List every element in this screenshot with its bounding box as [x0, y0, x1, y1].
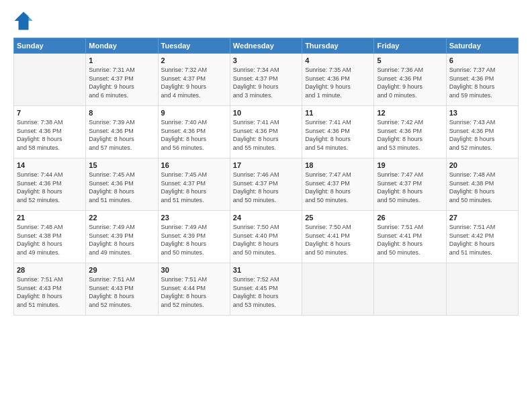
day-number: 16 [161, 161, 227, 169]
day-number: 10 [233, 109, 299, 117]
cell-content: Sunrise: 7:44 AM Sunset: 4:36 PM Dayligh… [17, 171, 83, 204]
calendar-cell: 13Sunrise: 7:43 AM Sunset: 4:36 PM Dayli… [446, 106, 518, 158]
day-number: 17 [233, 161, 299, 169]
day-number: 21 [17, 214, 83, 222]
day-number: 5 [377, 56, 443, 64]
calendar-cell: 20Sunrise: 7:48 AM Sunset: 4:38 PM Dayli… [446, 158, 518, 211]
calendar-cell: 18Sunrise: 7:47 AM Sunset: 4:37 PM Dayli… [302, 158, 374, 211]
cell-content: Sunrise: 7:35 AM Sunset: 4:36 PM Dayligh… [305, 66, 371, 99]
calendar-cell: 10Sunrise: 7:41 AM Sunset: 4:36 PM Dayli… [230, 106, 302, 158]
day-number: 12 [377, 109, 443, 117]
cell-content: Sunrise: 7:41 AM Sunset: 4:36 PM Dayligh… [233, 118, 299, 152]
cell-content: Sunrise: 7:49 AM Sunset: 4:39 PM Dayligh… [89, 223, 154, 257]
header [13, 11, 519, 31]
cell-content: Sunrise: 7:50 AM Sunset: 4:40 PM Dayligh… [233, 223, 299, 257]
day-number: 30 [161, 266, 227, 274]
calendar-cell: 26Sunrise: 7:51 AM Sunset: 4:41 PM Dayli… [374, 211, 446, 263]
calendar-cell: 11Sunrise: 7:41 AM Sunset: 4:36 PM Dayli… [302, 106, 374, 158]
column-header-sunday: Sunday [14, 38, 86, 54]
day-number: 1 [89, 56, 154, 64]
logo [13, 11, 36, 31]
day-number: 24 [233, 214, 299, 222]
day-number: 9 [161, 109, 227, 117]
cell-content: Sunrise: 7:46 AM Sunset: 4:37 PM Dayligh… [233, 171, 299, 204]
day-number: 22 [89, 214, 154, 222]
cell-content: Sunrise: 7:48 AM Sunset: 4:38 PM Dayligh… [17, 223, 83, 257]
cell-content: Sunrise: 7:45 AM Sunset: 4:36 PM Dayligh… [89, 171, 154, 204]
cell-content: Sunrise: 7:31 AM Sunset: 4:37 PM Dayligh… [89, 66, 154, 99]
calendar-cell: 30Sunrise: 7:51 AM Sunset: 4:44 PM Dayli… [158, 263, 230, 316]
calendar-cell: 16Sunrise: 7:45 AM Sunset: 4:37 PM Dayli… [158, 158, 230, 211]
day-number: 11 [305, 109, 371, 117]
calendar-cell: 6Sunrise: 7:37 AM Sunset: 4:36 PM Daylig… [446, 54, 518, 106]
day-number: 31 [233, 266, 299, 274]
calendar-cell [446, 263, 518, 316]
calendar-cell: 2Sunrise: 7:32 AM Sunset: 4:37 PM Daylig… [158, 54, 230, 106]
calendar-cell: 27Sunrise: 7:51 AM Sunset: 4:42 PM Dayli… [446, 211, 518, 263]
cell-content: Sunrise: 7:38 AM Sunset: 4:36 PM Dayligh… [17, 118, 83, 152]
cell-content: Sunrise: 7:51 AM Sunset: 4:44 PM Dayligh… [161, 275, 227, 309]
day-number: 7 [17, 109, 83, 117]
calendar-cell: 29Sunrise: 7:51 AM Sunset: 4:43 PM Dayli… [86, 263, 158, 316]
day-number: 23 [161, 214, 227, 222]
calendar-cell: 28Sunrise: 7:51 AM Sunset: 4:43 PM Dayli… [14, 263, 86, 316]
calendar-cell: 9Sunrise: 7:40 AM Sunset: 4:36 PM Daylig… [158, 106, 230, 158]
day-number: 4 [305, 56, 371, 64]
day-number: 13 [449, 109, 515, 117]
calendar-cell: 31Sunrise: 7:52 AM Sunset: 4:45 PM Dayli… [230, 263, 302, 316]
calendar-cell: 15Sunrise: 7:45 AM Sunset: 4:36 PM Dayli… [86, 158, 158, 211]
column-header-wednesday: Wednesday [230, 38, 302, 54]
calendar-week-row: 1Sunrise: 7:31 AM Sunset: 4:37 PM Daylig… [14, 54, 519, 106]
cell-content: Sunrise: 7:47 AM Sunset: 4:37 PM Dayligh… [305, 171, 371, 204]
calendar-table: SundayMondayTuesdayWednesdayThursdayFrid… [13, 38, 519, 316]
calendar-cell: 12Sunrise: 7:42 AM Sunset: 4:36 PM Dayli… [374, 106, 446, 158]
day-number: 29 [89, 266, 154, 274]
cell-content: Sunrise: 7:37 AM Sunset: 4:36 PM Dayligh… [449, 66, 515, 99]
cell-content: Sunrise: 7:51 AM Sunset: 4:43 PM Dayligh… [17, 275, 83, 309]
calendar-week-row: 28Sunrise: 7:51 AM Sunset: 4:43 PM Dayli… [14, 263, 519, 316]
column-header-thursday: Thursday [302, 38, 374, 54]
cell-content: Sunrise: 7:36 AM Sunset: 4:36 PM Dayligh… [377, 66, 443, 99]
day-number: 19 [377, 161, 443, 169]
day-number: 18 [305, 161, 371, 169]
calendar-cell: 8Sunrise: 7:39 AM Sunset: 4:36 PM Daylig… [86, 106, 158, 158]
cell-content: Sunrise: 7:32 AM Sunset: 4:37 PM Dayligh… [161, 66, 227, 99]
cell-content: Sunrise: 7:51 AM Sunset: 4:42 PM Dayligh… [449, 223, 515, 257]
calendar-header-row: SundayMondayTuesdayWednesdayThursdayFrid… [14, 38, 519, 54]
calendar-cell: 25Sunrise: 7:50 AM Sunset: 4:41 PM Dayli… [302, 211, 374, 263]
day-number: 2 [161, 56, 227, 64]
calendar-cell: 19Sunrise: 7:47 AM Sunset: 4:37 PM Dayli… [374, 158, 446, 211]
cell-content: Sunrise: 7:47 AM Sunset: 4:37 PM Dayligh… [377, 171, 443, 204]
cell-content: Sunrise: 7:51 AM Sunset: 4:41 PM Dayligh… [377, 223, 443, 257]
calendar-cell: 17Sunrise: 7:46 AM Sunset: 4:37 PM Dayli… [230, 158, 302, 211]
day-number: 26 [377, 214, 443, 222]
cell-content: Sunrise: 7:51 AM Sunset: 4:43 PM Dayligh… [89, 275, 154, 309]
cell-content: Sunrise: 7:39 AM Sunset: 4:36 PM Dayligh… [89, 118, 154, 152]
cell-content: Sunrise: 7:40 AM Sunset: 4:36 PM Dayligh… [161, 118, 227, 152]
cell-content: Sunrise: 7:50 AM Sunset: 4:41 PM Dayligh… [305, 223, 371, 257]
calendar-cell [14, 54, 86, 106]
page-container: SundayMondayTuesdayWednesdayThursdayFrid… [0, 0, 532, 411]
day-number: 20 [449, 161, 515, 169]
column-header-friday: Friday [374, 38, 446, 54]
cell-content: Sunrise: 7:34 AM Sunset: 4:37 PM Dayligh… [233, 66, 299, 99]
calendar-cell: 5Sunrise: 7:36 AM Sunset: 4:36 PM Daylig… [374, 54, 446, 106]
cell-content: Sunrise: 7:43 AM Sunset: 4:36 PM Dayligh… [449, 118, 515, 152]
calendar-cell [302, 263, 374, 316]
day-number: 15 [89, 161, 154, 169]
calendar-cell: 1Sunrise: 7:31 AM Sunset: 4:37 PM Daylig… [86, 54, 158, 106]
calendar-week-row: 21Sunrise: 7:48 AM Sunset: 4:38 PM Dayli… [14, 211, 519, 263]
cell-content: Sunrise: 7:42 AM Sunset: 4:36 PM Dayligh… [377, 118, 443, 152]
calendar-cell: 7Sunrise: 7:38 AM Sunset: 4:36 PM Daylig… [14, 106, 86, 158]
cell-content: Sunrise: 7:41 AM Sunset: 4:36 PM Dayligh… [305, 118, 371, 152]
cell-content: Sunrise: 7:48 AM Sunset: 4:38 PM Dayligh… [449, 171, 515, 204]
calendar-week-row: 14Sunrise: 7:44 AM Sunset: 4:36 PM Dayli… [14, 158, 519, 211]
day-number: 6 [449, 56, 515, 64]
column-header-monday: Monday [86, 38, 158, 54]
cell-content: Sunrise: 7:49 AM Sunset: 4:39 PM Dayligh… [161, 223, 227, 257]
day-number: 25 [305, 214, 371, 222]
calendar-week-row: 7Sunrise: 7:38 AM Sunset: 4:36 PM Daylig… [14, 106, 519, 158]
day-number: 3 [233, 56, 299, 64]
calendar-cell: 3Sunrise: 7:34 AM Sunset: 4:37 PM Daylig… [230, 54, 302, 106]
day-number: 14 [17, 161, 83, 169]
